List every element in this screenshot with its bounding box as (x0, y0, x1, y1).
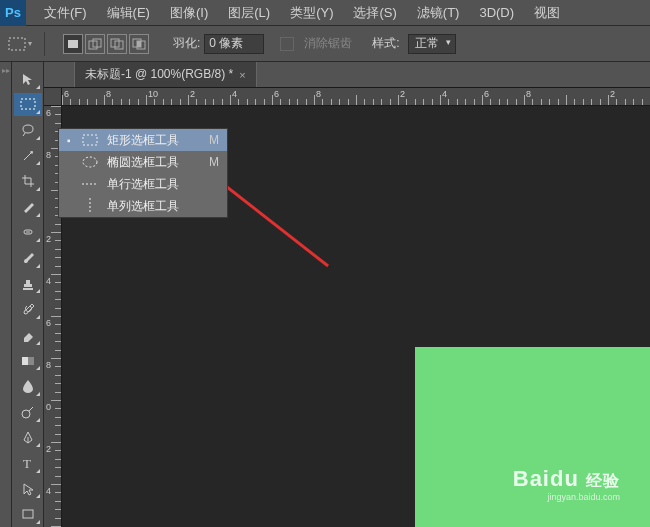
antialias-label: 消除锯齿 (304, 35, 352, 52)
svg-point-20 (83, 157, 97, 167)
svg-rect-19 (83, 135, 97, 145)
chevron-down-icon: ▾ (446, 37, 451, 47)
watermark: Baidu 经验 jingyan.baidu.com (513, 466, 620, 502)
watermark-brand: Baidu (513, 466, 579, 491)
tool-magic-wand[interactable] (14, 144, 42, 168)
svg-rect-0 (9, 38, 25, 50)
tool-icon (81, 198, 99, 214)
ruler-horizontal: 6810246824682 (62, 88, 650, 106)
menu-layer[interactable]: 图层(L) (218, 4, 280, 22)
svg-point-10 (31, 151, 33, 153)
flyout-shortcut: M (209, 133, 219, 147)
chevron-down-icon: ▾ (28, 39, 32, 48)
flyout-label: 椭圆选框工具 (107, 154, 193, 171)
tool-icon (81, 134, 99, 146)
marquee-icon (8, 37, 26, 51)
tool-healing[interactable] (14, 221, 42, 245)
antialias-checkbox (280, 37, 294, 51)
selection-subtract[interactable] (107, 34, 127, 54)
toolbar: T (12, 62, 44, 527)
menubar: Ps 文件(F) 编辑(E) 图像(I) 图层(L) 类型(Y) 选择(S) 滤… (0, 0, 650, 26)
watermark-cn: 经验 (586, 472, 620, 489)
tool-pen[interactable] (14, 426, 42, 450)
divider (44, 32, 45, 56)
tab-bar: 未标题-1 @ 100%(RGB/8) * × (44, 62, 650, 88)
tool-icon (81, 181, 99, 187)
menu-edit[interactable]: 编辑(E) (97, 4, 160, 22)
flyout-shortcut: M (209, 155, 219, 169)
svg-line-16 (29, 407, 33, 411)
app-logo: Ps (0, 0, 26, 26)
style-label: 样式: (372, 35, 399, 52)
flyout-label: 单列选框工具 (107, 198, 203, 215)
tool-crop[interactable] (14, 169, 42, 193)
menu-image[interactable]: 图像(I) (160, 4, 218, 22)
selection-mode-group (63, 34, 149, 54)
ruler-corner (44, 88, 62, 106)
selection-add[interactable] (85, 34, 105, 54)
tool-gradient[interactable] (14, 349, 42, 373)
flyout-item[interactable]: 单列选框工具 (59, 195, 227, 217)
bullet-icon: ▪ (67, 135, 73, 146)
menu-3d[interactable]: 3D(D) (469, 5, 524, 20)
menu-type[interactable]: 类型(Y) (280, 4, 343, 22)
tool-marquee[interactable] (14, 93, 42, 117)
svg-rect-8 (137, 41, 141, 47)
tool-eyedropper[interactable] (14, 195, 42, 219)
canvas-content[interactable]: Baidu 经验 jingyan.baidu.com (415, 347, 650, 527)
tool-blur[interactable] (14, 374, 42, 398)
menu-select[interactable]: 选择(S) (343, 4, 406, 22)
flyout-item[interactable]: ▪矩形选框工具M (59, 129, 227, 151)
tool-icon (81, 156, 99, 168)
close-icon[interactable]: × (239, 69, 245, 81)
selection-new[interactable] (63, 34, 83, 54)
tool-path-select[interactable] (14, 477, 42, 501)
svg-rect-14 (22, 357, 28, 365)
current-tool-preview[interactable]: ▾ (6, 30, 34, 58)
flyout-label: 单行选框工具 (107, 176, 203, 193)
feather-input[interactable] (204, 34, 264, 54)
style-value: 正常 (415, 36, 439, 50)
document-tab[interactable]: 未标题-1 @ 100%(RGB/8) * × (74, 62, 257, 87)
watermark-url: jingyan.baidu.com (513, 492, 620, 502)
tool-dodge[interactable] (14, 400, 42, 424)
tab-title: 未标题-1 @ 100%(RGB/8) * (85, 66, 233, 83)
selection-intersect[interactable] (129, 34, 149, 54)
style-select[interactable]: 正常 ▾ (408, 34, 456, 54)
flyout-label: 矩形选框工具 (107, 132, 193, 149)
svg-rect-9 (21, 99, 35, 109)
menu-filter[interactable]: 滤镜(T) (407, 4, 470, 22)
feather-label: 羽化: (173, 35, 200, 52)
tool-eraser[interactable] (14, 323, 42, 347)
tool-type[interactable]: T (14, 451, 42, 475)
tool-history-brush[interactable] (14, 297, 42, 321)
left-strip: ▸▸ (0, 62, 12, 527)
svg-point-15 (22, 410, 30, 418)
flyout-item[interactable]: 单行选框工具 (59, 173, 227, 195)
grip-icon: ▸▸ (0, 62, 11, 75)
marquee-flyout: ▪矩形选框工具M椭圆选框工具M单行选框工具单列选框工具 (58, 128, 228, 218)
menu-view[interactable]: 视图 (524, 4, 570, 22)
menu-file[interactable]: 文件(F) (34, 4, 97, 22)
svg-text:T: T (23, 456, 31, 470)
svg-rect-1 (68, 40, 78, 48)
options-bar: ▾ 羽化: 消除锯齿 样式: 正常 ▾ (0, 26, 650, 62)
tool-brush[interactable] (14, 246, 42, 270)
tool-move[interactable] (14, 67, 42, 91)
tool-stamp[interactable] (14, 272, 42, 296)
tool-shape[interactable] (14, 502, 42, 526)
svg-rect-18 (23, 510, 33, 518)
flyout-item[interactable]: 椭圆选框工具M (59, 151, 227, 173)
tool-lasso[interactable] (14, 118, 42, 142)
